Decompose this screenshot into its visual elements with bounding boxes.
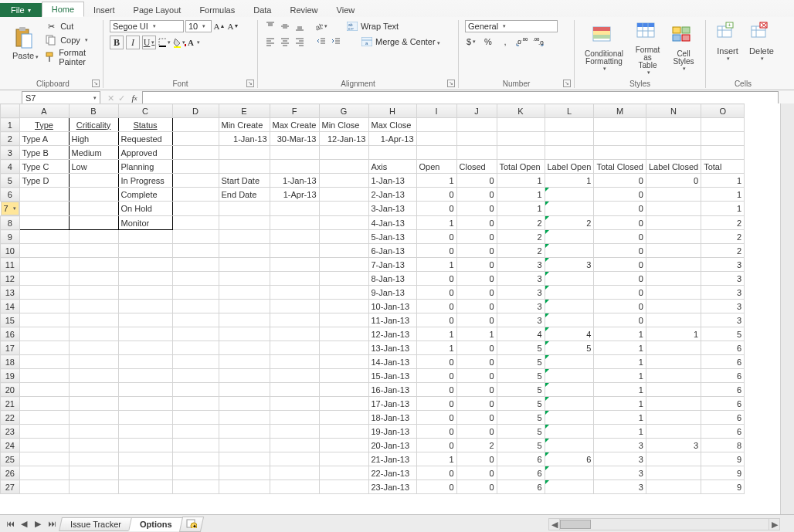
orientation-button[interactable]: ab (315, 20, 327, 32)
align-center-icon[interactable] (279, 36, 291, 48)
svg-text:c↵: c↵ (348, 26, 354, 31)
copy-label: Copy (60, 36, 80, 45)
col-header-C[interactable]: C (118, 104, 172, 107)
bold-button[interactable]: B (110, 36, 124, 49)
group-title-clipboard: Clipboard↘ (3, 80, 103, 88)
wrap-text-button[interactable]: Wrap Text (361, 22, 399, 31)
comma-button[interactable]: , (499, 36, 511, 48)
group-title-styles: Styles (575, 80, 705, 88)
cut-button[interactable]: ✂Cut (45, 20, 97, 32)
format-painter-button[interactable]: Format Painter (45, 48, 97, 66)
col-header-D[interactable]: D (172, 104, 219, 107)
vertical-scrollbar[interactable] (780, 103, 794, 107)
svg-rect-60 (673, 35, 680, 41)
tab-home[interactable]: Home (42, 2, 84, 17)
svg-rect-9 (174, 46, 181, 48)
col-header-E[interactable]: E (219, 104, 270, 107)
group-title-alignment: Alignment↘ (258, 80, 458, 88)
increase-indent-icon[interactable] (330, 36, 342, 48)
format-as-table-icon (636, 22, 660, 46)
fill-color-button[interactable] (173, 36, 185, 49)
format-painter-label: Format Painter (59, 48, 97, 66)
percent-button[interactable]: % (482, 36, 494, 48)
font-color-button[interactable]: A (188, 36, 200, 49)
tab-review[interactable]: Review (280, 3, 327, 17)
svg-rect-5 (46, 53, 53, 56)
italic-button[interactable]: I (126, 36, 140, 49)
wrap-text-icon: abc↵ (346, 20, 358, 32)
worksheet[interactable]: ABCDEFGHIJKLMNO1TypeCriticalityStatusMin… (0, 103, 794, 107)
merge-center-button[interactable]: Merge & Center (375, 37, 440, 46)
svg-rect-50 (593, 27, 610, 31)
enter-formula-icon: ✓ (116, 93, 127, 103)
ribbon: File Home Insert Page Layout Formulas Da… (0, 0, 794, 90)
tab-view[interactable]: View (327, 3, 365, 17)
accounting-button[interactable]: $ (465, 36, 477, 48)
decrease-decimal-icon[interactable]: .00.0 (533, 36, 545, 48)
font-name-select[interactable]: Segoe UI (110, 20, 184, 32)
tab-file[interactable]: File (0, 3, 42, 17)
col-header-N[interactable]: N (646, 104, 701, 107)
tab-page-layout[interactable]: Page Layout (124, 3, 191, 17)
col-header-I[interactable]: I (416, 104, 456, 107)
col-header-B[interactable]: B (69, 104, 118, 107)
group-styles: Conditional Formatting Format as Table C… (575, 20, 706, 88)
select-all-button[interactable] (1, 104, 20, 107)
svg-rect-7 (159, 39, 166, 46)
col-header-O[interactable]: O (701, 104, 745, 107)
number-launcher[interactable]: ↘ (563, 80, 571, 87)
cell-styles-icon (671, 25, 696, 50)
format-as-table-button[interactable]: Format as Table (630, 20, 665, 77)
col-header-L[interactable]: L (545, 104, 594, 107)
font-size-select[interactable]: 10 (185, 20, 212, 32)
align-left-icon[interactable] (264, 36, 277, 48)
copy-icon (45, 34, 57, 46)
group-number: General $ % , .0.00 .00.0 Number↘ (459, 20, 575, 88)
col-header-G[interactable]: G (319, 104, 368, 107)
col-header-F[interactable]: F (270, 104, 319, 107)
cell-styles-button[interactable]: Cell Styles (668, 24, 699, 73)
conditional-formatting-button[interactable]: Conditional Formatting (581, 24, 627, 73)
cell-grid[interactable]: ABCDEFGHIJKLMNO1TypeCriticalityStatusMin… (0, 103, 745, 107)
shrink-font-icon[interactable]: A▼ (227, 20, 239, 32)
insert-cells-label: Insert (717, 46, 738, 56)
col-header-A[interactable]: A (19, 104, 69, 107)
paste-button[interactable]: Paste (9, 25, 42, 62)
delete-cells-button[interactable]: Delete (746, 20, 777, 63)
scissors-icon: ✂ (45, 20, 57, 32)
clipboard-launcher[interactable]: ↘ (92, 80, 100, 87)
col-header-K[interactable]: K (497, 104, 545, 107)
col-header-J[interactable]: J (456, 104, 497, 107)
align-top-icon[interactable] (264, 20, 277, 32)
svg-rect-10 (185, 44, 186, 46)
tab-file-label: File (11, 5, 25, 15)
svg-rect-54 (637, 23, 654, 27)
svg-text:+: + (728, 22, 731, 29)
svg-rect-1 (19, 27, 25, 31)
underline-button[interactable]: U (142, 36, 156, 49)
align-middle-icon[interactable] (279, 20, 291, 32)
cut-label: Cut (60, 22, 73, 31)
alignment-launcher[interactable]: ↘ (447, 80, 455, 87)
decrease-indent-icon[interactable] (315, 36, 327, 48)
svg-rect-58 (673, 27, 680, 33)
col-header-M[interactable]: M (594, 104, 646, 107)
align-bottom-icon[interactable] (294, 20, 306, 32)
tab-formulas[interactable]: Formulas (190, 3, 244, 17)
tab-insert[interactable]: Insert (84, 3, 124, 17)
group-title-number: Number↘ (459, 80, 574, 88)
delete-cells-icon (749, 22, 774, 46)
grow-font-icon[interactable]: A▲ (213, 20, 226, 32)
number-format-select[interactable]: General (465, 20, 558, 32)
col-header-H[interactable]: H (368, 104, 416, 107)
align-right-icon[interactable] (294, 36, 306, 48)
font-launcher[interactable]: ↘ (246, 80, 254, 87)
copy-button[interactable]: Copy (45, 34, 97, 46)
border-button[interactable] (158, 36, 171, 49)
svg-rect-59 (682, 27, 690, 33)
increase-decimal-icon[interactable]: .0.00 (516, 36, 528, 48)
tab-data[interactable]: Data (244, 3, 280, 17)
insert-cells-button[interactable]: + Insert (712, 20, 743, 63)
svg-rect-61 (682, 35, 690, 41)
group-title-cells: Cells (706, 80, 780, 88)
